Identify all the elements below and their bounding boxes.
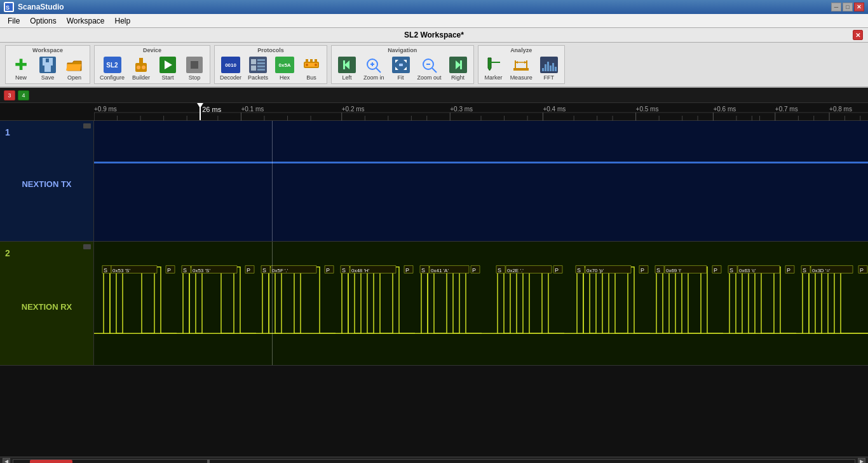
ch2-number: 2 [5,248,10,258]
open-button[interactable]: Open [62,55,87,82]
packets-icon [248,56,268,74]
menu-workspace[interactable]: Workspace [62,15,110,27]
scroll-left-arrow[interactable]: ◀ [3,458,10,464]
svg-rect-48 [460,60,462,69]
start-icon [158,56,178,74]
svg-text:S: S [421,267,425,273]
channel-1-area: 1 NEXTION TX [0,121,868,242]
save-icon [37,56,58,74]
app-icon: S [4,2,14,12]
group-label-navigation: Navigation [388,47,417,53]
restore-button[interactable]: □ [843,3,853,11]
svg-text:S: S [262,267,266,273]
start-button[interactable]: Start [155,55,180,82]
ch1-signal-svg [94,121,868,241]
channel-2-label: 2 NEXTION RX [0,242,94,365]
workspace-close-button[interactable]: ✕ [853,30,863,40]
svg-text:P: P [405,267,409,273]
svg-point-11 [142,66,146,69]
workspace-title: SL2 Workspace* ✕ [0,28,868,43]
decoder-label: Decoder [220,74,241,81]
svg-line-34 [376,68,381,73]
channel-2-waveform: S 0x53 'S' P S 0x53 'S' P S 0x5F '.' [94,242,868,365]
ch1-resize[interactable] [83,123,91,128]
configure-button[interactable]: SL2 Configure [97,55,127,82]
group-label-analyze: Analyze [510,47,532,53]
svg-rect-24 [306,59,308,62]
title-bar: S ScanaStudio ─ □ ✕ [0,0,868,14]
left-button[interactable]: Left [334,55,360,82]
svg-rect-62 [552,63,554,71]
ctrl-btn-green[interactable]: 4 [18,90,29,100]
ch2-playhead-line [272,242,273,365]
toolbar-group-navigation: Navigation Left Zoom in Fit [331,45,474,84]
svg-rect-20 [257,62,265,64]
zoomin-icon [363,56,384,74]
scrollbar-area: ◀ ▶ [0,457,868,463]
svg-rect-4 [44,66,51,72]
toolbar-group-protocols: Protocols 0010 Decoder Packets 0x5A Hex [214,45,327,84]
left-icon [337,56,357,74]
group-label-workspace: Workspace [32,47,63,53]
playhead-arrow [197,103,203,108]
minimize-button[interactable]: ─ [831,3,841,11]
hex-button[interactable]: 0x5A Hex [272,55,297,82]
close-button[interactable]: ✕ [854,3,864,11]
ch2-resize[interactable] [83,244,91,249]
decoder-icon: 0010 [220,56,241,74]
fft-button[interactable]: FFT [536,55,562,82]
scroll-right-arrow[interactable]: ▶ [858,458,865,464]
menu-help[interactable]: Help [110,15,136,27]
fft-label: FFT [543,74,554,81]
svg-text:S: S [656,267,660,273]
toolbar-group-device: Device SL2 Configure Builder Start [94,45,210,84]
svg-text:P: P [555,267,559,273]
save-button[interactable]: Save [35,55,60,82]
svg-text:P: P [714,267,717,273]
svg-text:P: P [787,267,790,273]
fit-button[interactable]: Fit [388,55,414,82]
channel-1-label: 1 NEXTION TX [0,121,94,241]
svg-text:S: S [803,267,806,273]
fit-icon [391,56,411,74]
new-button[interactable]: ✚ New [8,55,34,82]
menu-options[interactable]: Options [25,15,61,27]
timeline-ruler: 26 ms +0.9 ms +0.1 ms +0.2 ms +0.3 ms +0… [0,103,868,121]
decoder-button[interactable]: 0010 Decoder [217,55,244,82]
toolbar: Workspace ✚ New Save Open Device [0,43,868,88]
toolbar-group-analyze: Analyze Marker Measure FFT [478,45,565,84]
svg-point-28 [306,64,308,66]
menu-bar: File Options Workspace Help [0,14,868,28]
scroll-thumb[interactable] [30,460,72,464]
svg-text:S: S [6,4,10,11]
packets-button[interactable]: Packets [245,55,271,82]
zoomin-label: Zoom in [363,74,384,81]
svg-rect-22 [257,69,265,71]
open-label: Open [67,74,81,81]
window-controls: ─ □ ✕ [831,3,864,11]
svg-point-29 [315,64,317,66]
scroll-down-arrow[interactable] [207,460,210,464]
measure-button[interactable]: Measure [508,55,535,82]
stop-label: Stop [189,74,201,81]
svg-point-10 [137,66,140,69]
svg-rect-16 [249,57,267,73]
zoomout-label: Zoom out [417,74,442,81]
zoomout-button[interactable]: Zoom out [415,55,444,82]
right-button[interactable]: Right [445,55,471,82]
new-icon: ✚ [11,56,31,74]
svg-text:0x2E '.': 0x2E '.' [507,268,524,273]
svg-marker-49 [488,58,491,71]
packets-label: Packets [248,74,268,81]
bus-button[interactable]: Bus [299,55,324,82]
zoomin-button[interactable]: Zoom in [361,55,387,82]
svg-rect-50 [490,62,500,63]
stop-button[interactable]: Stop [182,55,207,82]
svg-rect-25 [310,59,313,62]
marker-button[interactable]: Marker [481,55,506,82]
builder-button[interactable]: Builder [128,55,154,82]
ctrl-btn-red[interactable]: 3 [4,90,15,100]
stop-icon [184,56,205,74]
ch2-name: NEXTION RX [22,302,72,312]
menu-file[interactable]: File [3,15,25,27]
